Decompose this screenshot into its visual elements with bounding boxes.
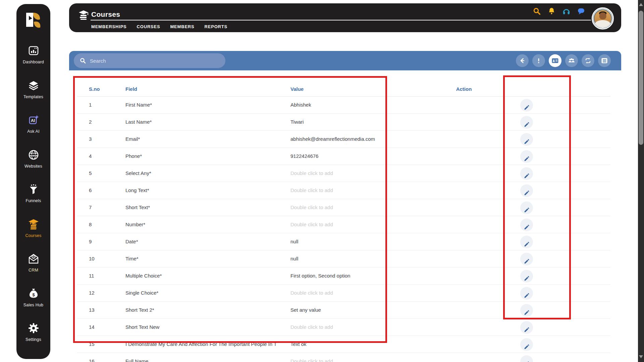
table-row: 5Select Any*Double click to add — [77, 165, 610, 182]
nav-tab-members[interactable]: MEMBERS — [170, 24, 194, 29]
table-row: 11Multiple Choice*First option, Second o… — [77, 267, 610, 285]
cell-sno: 2 — [89, 119, 92, 125]
group-icon — [568, 57, 575, 64]
cell-field: Number* — [125, 222, 145, 227]
pencil-icon — [524, 309, 530, 316]
cell-value[interactable]: abhishek@dreamreflectionmedia.com — [290, 136, 375, 142]
templates-icon — [28, 80, 39, 91]
sidebar-item-templates[interactable]: Templates — [16, 80, 50, 109]
search-input[interactable] — [90, 58, 217, 64]
sidebar-item-websites[interactable]: WWWWebsites — [16, 149, 50, 178]
repeat-icon — [584, 57, 592, 64]
ask-ai-icon: AI — [28, 114, 39, 126]
cell-value[interactable]: 9122424676 — [290, 153, 318, 159]
bell-icon[interactable] — [547, 7, 556, 15]
cell-value[interactable]: Double click to add — [290, 290, 333, 296]
cell-field: Short Text New — [125, 324, 159, 330]
table-row: 7Short Text*Double click to add — [77, 199, 610, 216]
cell-value[interactable]: Abhishek — [290, 102, 311, 108]
edit-row-button[interactable] — [520, 355, 533, 362]
edit-row-button[interactable] — [520, 236, 533, 248]
list-button[interactable] — [598, 54, 611, 67]
col-header-field: Field — [125, 86, 137, 92]
cell-value[interactable]: Double click to add — [290, 222, 333, 227]
edit-row-button[interactable] — [520, 253, 533, 265]
cell-value[interactable]: Set any value — [290, 307, 321, 313]
cell-field: Full Name — [125, 358, 148, 362]
sidebar-item-ask-ai[interactable]: AIAsk AI — [16, 114, 50, 143]
cell-value[interactable]: Double click to add — [290, 170, 333, 176]
exclamation-icon — [535, 57, 542, 64]
cell-value[interactable]: Double click to add — [290, 358, 333, 362]
sidebar-item-settings[interactable]: Settings — [16, 322, 50, 351]
pencil-icon — [524, 258, 530, 264]
edit-row-button[interactable] — [520, 184, 533, 197]
headphones-icon[interactable] — [562, 7, 571, 15]
sidebar-item-crm[interactable]: CRM — [16, 253, 50, 282]
scroll-up-arrow-icon[interactable] — [639, 3, 643, 6]
edit-row-button[interactable] — [520, 270, 533, 283]
sidebar-item-sales-hub[interactable]: $Sales Hub — [16, 288, 50, 317]
cell-value[interactable]: null — [290, 256, 298, 261]
pencil-icon — [524, 207, 530, 213]
edit-row-button[interactable] — [520, 304, 533, 317]
edit-row-button[interactable] — [520, 133, 533, 146]
back-button[interactable] — [516, 54, 529, 67]
cell-field: Time* — [125, 256, 139, 261]
edit-row-button[interactable] — [520, 150, 533, 163]
edit-row-button[interactable] — [520, 219, 533, 231]
svg-text:WWW: WWW — [30, 154, 37, 157]
pencil-icon — [524, 173, 530, 179]
toolbar-buttons — [516, 54, 611, 67]
avatar-photo — [594, 9, 612, 27]
members-button[interactable] — [565, 54, 578, 67]
app-logo[interactable] — [24, 11, 42, 32]
cell-value[interactable]: Double click to add — [290, 324, 333, 330]
table-row: 10Time*null — [77, 250, 610, 267]
scroll-down-arrow-icon[interactable] — [639, 355, 643, 358]
cell-field: Short Text 2* — [125, 307, 154, 313]
nav-tab-reports[interactable]: REPORTS — [205, 24, 227, 29]
edit-row-button[interactable] — [520, 321, 533, 334]
contact-card-button[interactable] — [549, 54, 561, 67]
repeat-button[interactable] — [582, 54, 594, 67]
list-icon — [601, 57, 608, 64]
alert-button[interactable] — [532, 54, 545, 67]
header-divider — [91, 20, 591, 20]
table-row: 6Long Text*Double click to add — [77, 182, 610, 199]
sidebar-item-courses[interactable]: Courses — [16, 219, 50, 247]
cell-value[interactable]: Double click to add — [290, 187, 333, 193]
search-box[interactable] — [74, 53, 225, 68]
nav-tab-courses[interactable]: COURSES — [137, 24, 160, 29]
cell-sno: 16 — [89, 358, 95, 362]
edit-row-button[interactable] — [520, 201, 533, 214]
chat-icon[interactable] — [577, 7, 585, 15]
pencil-icon — [524, 292, 530, 299]
cell-value[interactable]: Text ok — [290, 341, 307, 347]
scrollbar-thumb[interactable] — [639, 11, 643, 145]
arrow-left-icon — [519, 57, 526, 64]
edit-row-button[interactable] — [520, 116, 533, 129]
avatar[interactable] — [592, 7, 614, 29]
search-icon[interactable] — [533, 7, 541, 15]
pencil-icon — [524, 361, 530, 362]
cell-sno: 8 — [89, 222, 92, 227]
edit-row-button[interactable] — [520, 287, 533, 300]
edit-row-button[interactable] — [520, 338, 533, 351]
cell-field: First Name* — [125, 102, 152, 108]
nav-tab-memberships[interactable]: MEMBERSHIPS — [91, 24, 127, 29]
pencil-icon — [524, 121, 530, 128]
cell-value[interactable]: null — [290, 239, 298, 244]
sidebar-item-funnels[interactable]: Funnels — [16, 184, 50, 213]
cell-sno: 3 — [89, 136, 92, 142]
cell-value[interactable]: Double click to add — [290, 204, 333, 210]
sidebar-item-dashboard[interactable]: Dashboard — [16, 45, 50, 74]
page-scrollbar[interactable] — [638, 0, 644, 362]
id-card-icon — [551, 57, 559, 64]
cell-sno: 13 — [89, 307, 95, 313]
edit-row-button[interactable] — [520, 167, 533, 180]
edit-row-button[interactable] — [520, 99, 533, 112]
cell-value[interactable]: Tiwari — [290, 119, 304, 125]
cell-value[interactable]: First option, Second option — [290, 273, 350, 279]
cell-sno: 5 — [89, 170, 92, 176]
